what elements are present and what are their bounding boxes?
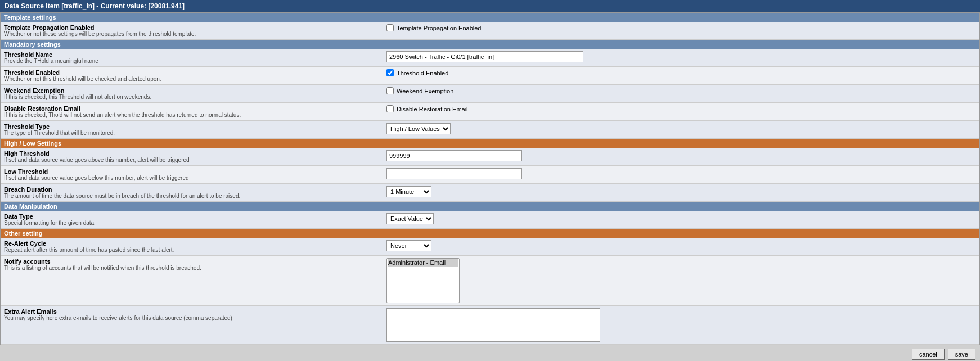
row-disable-restoration: Disable Restoration Email If this is che… — [1, 103, 979, 121]
control-notify-accounts: Administrator - Email — [386, 258, 976, 303]
label-re-alert-cycle: Re-Alert Cycle Repeat alert after this a… — [4, 240, 386, 253]
label-data-type: Data Type Special formatting for the giv… — [4, 213, 386, 226]
row-low-threshold: Low Threshold If set and data source val… — [1, 166, 979, 184]
field-name-high-threshold: High Threshold — [4, 150, 386, 157]
input-threshold-name[interactable] — [386, 51, 583, 62]
checkbox-weekend-exemption[interactable] — [386, 87, 394, 94]
control-low-threshold — [386, 168, 976, 179]
field-name-re-alert-cycle: Re-Alert Cycle — [4, 240, 386, 247]
row-extra-alert-emails: Extra Alert Emails You may specify here … — [1, 306, 979, 345]
control-re-alert-cycle: Never 5 Minutes 15 Minutes 30 Minutes 1 … — [386, 240, 976, 251]
field-desc-weekend-exemption: If this is checked, this Threshold will … — [4, 94, 386, 100]
row-threshold-enabled: Threshold Enabled Whether or not this th… — [1, 67, 979, 85]
row-threshold-type: Threshold Type The type of Threshold tha… — [1, 121, 979, 139]
control-data-type: Exact Value Percentage Rate — [386, 213, 976, 224]
input-low-threshold[interactable] — [386, 168, 522, 179]
label-low-threshold: Low Threshold If set and data source val… — [4, 168, 386, 181]
field-desc-threshold-name: Provide the THold a meaningful name — [4, 58, 386, 64]
field-desc-notify-accounts: This is a listing of accounts that will … — [4, 265, 386, 271]
row-weekend-exemption: Weekend Exemption If this is checked, th… — [1, 85, 979, 103]
section-high-low-settings: High / Low Settings — [1, 139, 979, 148]
field-name-extra-alert-emails: Extra Alert Emails — [4, 308, 386, 315]
label-breach-duration: Breach Duration The amount of time the d… — [4, 186, 386, 199]
label-disable-restoration-check: Disable Restoration Email — [397, 106, 468, 112]
select-notify-accounts[interactable]: Administrator - Email — [386, 258, 460, 303]
label-extra-alert-emails: Extra Alert Emails You may specify here … — [4, 308, 386, 321]
label-template-propagation-check: Template Propagation Enabled — [397, 25, 481, 31]
row-template-propagation: Template Propagation Enabled Whether or … — [1, 22, 979, 40]
label-weekend-exemption-check: Weekend Exemption — [397, 88, 453, 94]
textarea-extra-alert-emails[interactable] — [386, 308, 600, 342]
select-breach-duration[interactable]: 1 Minute 5 Minutes 10 Minutes 30 Minutes… — [386, 186, 431, 197]
field-desc-data-type: Special formatting for the given data. — [4, 220, 386, 226]
control-breach-duration: 1 Minute 5 Minutes 10 Minutes 30 Minutes… — [386, 186, 976, 197]
field-desc-re-alert-cycle: Repeat alert after this amount of time h… — [4, 247, 386, 253]
select-threshold-type[interactable]: High / Low Values Low High Time — [386, 123, 451, 134]
label-disable-restoration: Disable Restoration Email If this is che… — [4, 105, 386, 118]
main-content: Template settings Template Propagation E… — [0, 12, 980, 345]
label-weekend-exemption: Weekend Exemption If this is checked, th… — [4, 87, 386, 100]
row-data-type: Data Type Special formatting for the giv… — [1, 211, 979, 229]
field-desc-extra-alert-emails: You may specify here extra e-mails to re… — [4, 315, 386, 321]
label-threshold-type: Threshold Type The type of Threshold tha… — [4, 123, 386, 136]
section-template-settings: Template settings — [1, 13, 979, 22]
save-button[interactable]: save — [948, 349, 975, 360]
label-threshold-name: Threshold Name Provide the THold a meani… — [4, 51, 386, 64]
control-high-threshold — [386, 150, 976, 161]
field-desc-template-propagation: Whether or not these settings will be pr… — [4, 31, 386, 37]
field-name-disable-restoration: Disable Restoration Email — [4, 105, 386, 112]
label-notify-accounts: Notify accounts This is a listing of acc… — [4, 258, 386, 271]
control-extra-alert-emails — [386, 308, 976, 342]
field-name-data-type: Data Type — [4, 213, 386, 220]
row-re-alert-cycle: Re-Alert Cycle Repeat alert after this a… — [1, 238, 979, 256]
control-template-propagation: Template Propagation Enabled — [386, 24, 976, 31]
label-high-threshold: High Threshold If set and data source va… — [4, 150, 386, 163]
field-name-low-threshold: Low Threshold — [4, 168, 386, 175]
field-name-threshold-type: Threshold Type — [4, 123, 386, 130]
row-notify-accounts: Notify accounts This is a listing of acc… — [1, 256, 979, 306]
label-threshold-enabled-check: Threshold Enabled — [397, 70, 448, 76]
field-name-notify-accounts: Notify accounts — [4, 258, 386, 265]
field-name-weekend-exemption: Weekend Exemption — [4, 87, 386, 94]
field-name-template-propagation: Template Propagation Enabled — [4, 24, 386, 31]
field-desc-disable-restoration: If this is checked, Thold will not send … — [4, 112, 386, 118]
select-data-type[interactable]: Exact Value Percentage Rate — [386, 213, 434, 224]
section-mandatory-settings: Mandatory settings — [1, 40, 979, 49]
control-threshold-enabled: Threshold Enabled — [386, 69, 976, 76]
field-desc-high-threshold: If set and data source value goes above … — [4, 157, 386, 163]
control-threshold-name — [386, 51, 976, 62]
field-desc-threshold-enabled: Whether or not this threshold will be ch… — [4, 76, 386, 82]
row-breach-duration: Breach Duration The amount of time the d… — [1, 184, 979, 202]
row-threshold-name: Threshold Name Provide the THold a meani… — [1, 49, 979, 67]
section-other-setting: Other setting — [1, 229, 979, 238]
field-name-breach-duration: Breach Duration — [4, 186, 386, 193]
section-data-manipulation: Data Manipulation — [1, 202, 979, 211]
field-desc-low-threshold: If set and data source value goes below … — [4, 175, 386, 181]
checkbox-disable-restoration[interactable] — [386, 105, 394, 112]
control-weekend-exemption: Weekend Exemption — [386, 87, 976, 94]
cancel-button[interactable]: cancel — [912, 349, 945, 360]
checkbox-template-propagation[interactable] — [386, 24, 394, 31]
select-re-alert-cycle[interactable]: Never 5 Minutes 15 Minutes 30 Minutes 1 … — [386, 240, 431, 251]
control-threshold-type: High / Low Values Low High Time — [386, 123, 976, 134]
control-disable-restoration: Disable Restoration Email — [386, 105, 976, 112]
page-wrapper: Data Source Item [traffic_in] - Current … — [0, 0, 980, 361]
field-name-threshold-name: Threshold Name — [4, 51, 386, 58]
label-threshold-enabled: Threshold Enabled Whether or not this th… — [4, 69, 386, 82]
title-text: Data Source Item [traffic_in] - Current … — [5, 2, 185, 10]
input-high-threshold[interactable] — [386, 150, 522, 161]
field-name-threshold-enabled: Threshold Enabled — [4, 69, 386, 76]
title-bar: Data Source Item [traffic_in] - Current … — [0, 0, 980, 12]
footer: cancel save — [0, 345, 980, 361]
row-high-threshold: High Threshold If set and data source va… — [1, 148, 979, 166]
checkbox-threshold-enabled[interactable] — [386, 69, 394, 76]
label-template-propagation: Template Propagation Enabled Whether or … — [4, 24, 386, 37]
field-desc-breach-duration: The amount of time the data source must … — [4, 193, 386, 199]
field-desc-threshold-type: The type of Threshold that will be monit… — [4, 130, 386, 136]
